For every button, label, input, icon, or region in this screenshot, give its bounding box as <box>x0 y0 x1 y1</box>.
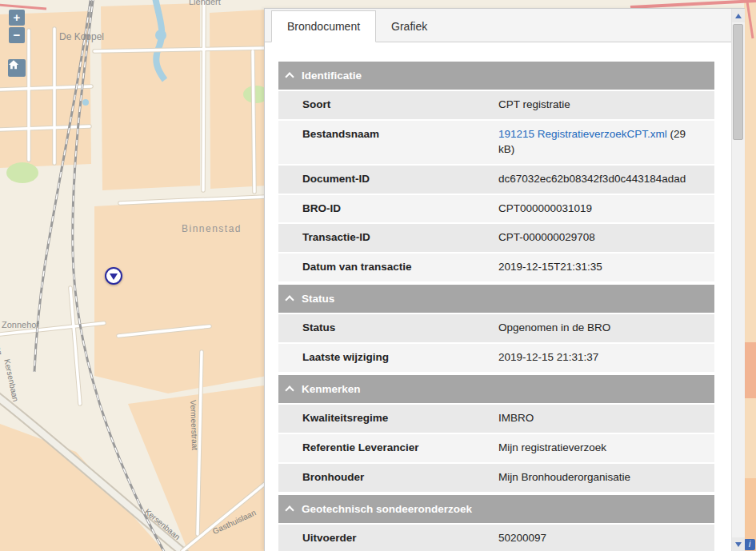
section-header-geotechnisch-sondeeronderzoek[interactable]: Geotechnisch sondeeronderzoek <box>278 495 714 523</box>
table-row: Uitvoerder 50200097 <box>278 525 714 551</box>
table-row: Bronhouder Mijn Bronhouderorganisatie <box>278 464 714 492</box>
table-row: Datum van transactie 2019-12-15T21:31:35 <box>278 254 714 281</box>
row-label: Bronhouder <box>278 464 490 492</box>
panel-scrollbar[interactable] <box>731 9 745 551</box>
row-value: 2019-12-15T21:31:35 <box>490 254 714 281</box>
map-marker[interactable] <box>105 267 122 285</box>
row-value: CPT000000031019 <box>490 195 714 223</box>
table-row: Kwaliteitsregime IMBRO <box>278 405 714 433</box>
section-title: Identificatie <box>302 70 362 82</box>
scroll-up-button[interactable] <box>732 9 745 22</box>
scrollbar-thumb[interactable] <box>733 24 743 140</box>
panel-content: Identificatie Soort CPT registratie Best… <box>265 42 731 551</box>
detail-panel: Brondocument Grafiek Identificatie Soort… <box>264 8 745 551</box>
map-label-liendert: Liendert <box>189 0 221 6</box>
row-value: dc67032ec62b08342f3d0c443184adad <box>490 166 714 194</box>
row-label: Laatste wijziging <box>278 344 490 372</box>
row-value: 2019-12-15 21:31:37 <box>490 344 714 372</box>
row-label: Referentie Leverancier <box>278 434 490 462</box>
zoom-in-button[interactable]: + <box>9 10 25 26</box>
row-label: Transactie-ID <box>278 224 490 252</box>
row-label: Kwaliteitsregime <box>278 405 490 433</box>
tab-brondocument[interactable]: Brondocument <box>271 10 376 42</box>
marker-triangle-icon <box>110 274 118 280</box>
tab-grafiek[interactable]: Grafiek <box>376 11 442 42</box>
row-value: Mijn registratieverzoek <box>490 434 714 462</box>
table-row: Transactie-ID CPT-000000029708 <box>278 224 714 252</box>
row-value: CPT registratie <box>490 91 714 119</box>
row-label: Datum van transactie <box>278 254 490 281</box>
map-label-zonnehof: Zonnehof <box>2 320 38 329</box>
map-label-de-koppel: De Koppel <box>59 31 104 42</box>
row-label: Document-ID <box>278 166 490 194</box>
table-row: BRO-ID CPT000000031019 <box>278 195 714 223</box>
panel-tabs: Brondocument Grafiek <box>265 9 745 42</box>
table-row: Referentie Leverancier Mijn registratiev… <box>278 434 714 462</box>
row-label: Soort <box>278 91 490 119</box>
section-title: Status <box>302 293 334 305</box>
row-value: Mijn Bronhouderorganisatie <box>490 464 714 492</box>
scroll-down-button[interactable] <box>732 537 745 551</box>
row-value: Opgenomen in de BRO <box>490 314 714 342</box>
map-label-vermeerstraat: Vermeerstraat <box>189 400 199 450</box>
chevron-up-icon <box>285 72 294 81</box>
row-label: Bestandsnaam <box>278 121 490 164</box>
zoom-out-button[interactable]: − <box>9 27 25 43</box>
row-value: 50200097 <box>490 525 714 551</box>
section-header-identificatie[interactable]: Identificatie <box>278 62 714 90</box>
table-row: Status Opgenomen in de BRO <box>278 314 714 342</box>
home-icon <box>8 59 19 70</box>
scroll-down-icon <box>735 542 742 547</box>
row-value: IMBRO <box>490 405 714 433</box>
chevron-up-icon <box>285 296 294 305</box>
section-title: Geotechnisch sondeeronderzoek <box>302 503 472 515</box>
section-header-kenmerken[interactable]: Kenmerken <box>278 375 714 403</box>
table-row: Soort CPT registratie <box>278 91 714 119</box>
file-download-link[interactable]: 191215 RegistratieverzoekCPT.xml <box>498 128 667 140</box>
section-header-status[interactable]: Status <box>278 285 714 313</box>
row-label: BRO-ID <box>278 195 490 223</box>
row-value: 191215 RegistratieverzoekCPT.xml (29 kB) <box>490 121 714 164</box>
chevron-up-icon <box>285 385 294 394</box>
map-label-binnenstad: Binnenstad <box>182 223 242 234</box>
section-title: Kenmerken <box>302 383 361 395</box>
scroll-up-icon <box>735 14 742 18</box>
table-row: Laatste wijziging 2019-12-15 21:31:37 <box>278 344 714 372</box>
row-label: Status <box>278 314 490 342</box>
map-attribution-button[interactable]: i <box>744 539 755 550</box>
home-button[interactable] <box>8 59 26 77</box>
row-label: Uitvoerder <box>278 525 490 551</box>
table-row: Document-ID dc67032ec62b08342f3d0c443184… <box>278 166 714 194</box>
table-row: Bestandsnaam 191215 RegistratieverzoekCP… <box>278 121 714 164</box>
chevron-up-icon <box>285 505 294 514</box>
row-value: CPT-000000029708 <box>490 224 714 252</box>
